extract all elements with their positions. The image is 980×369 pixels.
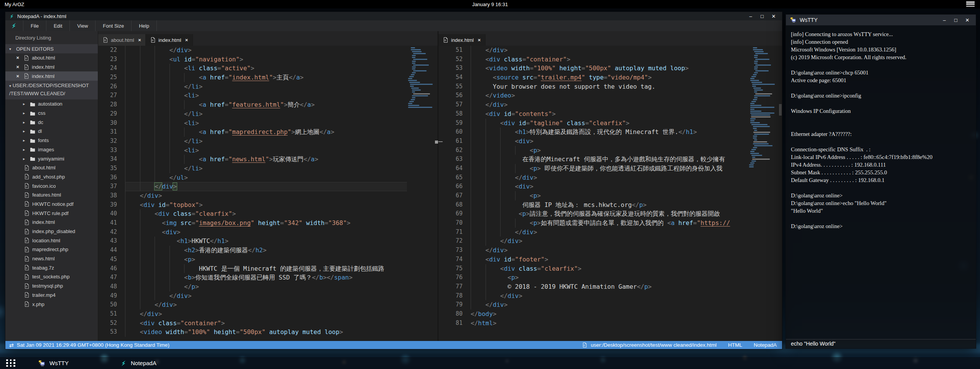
code-line[interactable]: 33<li> [98, 146, 438, 155]
file-item[interactable]: testmysql.php [5, 281, 98, 291]
code-line[interactable]: 23<ul id="navigation"> [98, 55, 438, 64]
code-line[interactable]: 28<a href="features.html">簡介</a> [98, 100, 438, 109]
maximize-button[interactable]: □ [759, 13, 765, 19]
code-line[interactable]: 30<li> [98, 119, 438, 128]
code-line[interactable]: 51</div> [438, 46, 782, 55]
code-line[interactable]: 29</li> [98, 109, 438, 119]
code-line[interactable]: 22</div> [98, 46, 438, 55]
code-line[interactable]: 81</html> [438, 319, 782, 328]
code-line[interactable]: 60<h1>特別為建築及鐵路而設，現代化的 Minecraft 世界.</h1> [438, 127, 782, 137]
code-line[interactable]: 34<a href="news.html">玩家傳送門</a> [98, 155, 438, 164]
file-item[interactable]: location.html [5, 236, 98, 245]
notepada-title-bar[interactable]: NotepadA - index.html – □ ✕ [5, 12, 782, 20]
code-editor-right[interactable]: 51</div>52<div class="container">53<vide… [438, 46, 782, 328]
folder-item[interactable]: ▸autostation [5, 99, 98, 109]
code-line[interactable]: 51</div> [98, 309, 438, 319]
code-line[interactable]: 46HKWTC 是一個 Minecraft 的建築伺服器，主要建築計劃包括鐵路 [98, 264, 438, 273]
terminal-output[interactable]: [info] Conencting to arozos WsTTY servic… [786, 25, 976, 339]
file-item[interactable]: trailer.mp4 [5, 291, 98, 300]
code-line[interactable]: 44<h2>香港的建築伺服器</h2> [98, 246, 438, 255]
code-line[interactable]: 39<div id="topbox"> [98, 200, 438, 210]
minimize-button[interactable]: – [941, 17, 947, 23]
code-line[interactable]: 47<b>你知道我們全線伺服器已轉用 SSD 了嗎？</b></span> [98, 273, 438, 282]
close-button[interactable]: ✕ [964, 17, 970, 23]
file-item[interactable]: about.html [5, 163, 98, 172]
code-line[interactable]: 77© 2018 - 2019 HKWTC Animation Gamer</p… [438, 282, 782, 291]
taskbar-item-notepada[interactable]: NotepadA [109, 357, 168, 369]
code-line[interactable]: 25<a href="index.html">主頁</a> [98, 73, 438, 82]
folder-item[interactable]: ▸fonts [5, 136, 98, 145]
app-launcher-icon[interactable] [6, 359, 16, 367]
tab-about-html[interactable]: about.html ✕ [98, 34, 146, 46]
code-line[interactable]: 62<p> [438, 146, 782, 155]
code-line[interactable]: 50</div> [98, 300, 438, 309]
file-item[interactable]: add_vhost.php [5, 172, 98, 182]
code-line[interactable]: 40<div class="clearfix"> [98, 209, 438, 218]
code-line[interactable]: 61<div> [438, 137, 782, 146]
code-line[interactable]: 38</div> [98, 191, 438, 200]
menu-help[interactable]: Help [131, 20, 157, 31]
close-tab-icon[interactable]: ✕ [476, 38, 481, 42]
file-item[interactable]: index.php_disabled [5, 227, 98, 236]
code-line[interactable]: 79</div> [438, 300, 782, 309]
folder-item[interactable]: ▸images [5, 145, 98, 154]
file-item[interactable]: features.html [5, 190, 98, 200]
code-line[interactable]: 76<p> [438, 273, 782, 282]
menu-edit[interactable]: Edit [46, 20, 69, 31]
close-tab-icon[interactable]: ✕ [137, 38, 141, 42]
code-line[interactable]: 41<img src="images/box.png" height="342"… [98, 218, 438, 228]
code-line[interactable]: 69<p>請注意，我們的伺服器為確保玩家及遊玩時的質素，我們對的服器開啟 [438, 209, 782, 218]
code-editor-left[interactable]: 22</div>23<ul id="navigation">24<li clas… [98, 46, 438, 337]
close-file-icon[interactable]: ✕ [16, 56, 21, 60]
code-line[interactable]: 42<div> [98, 228, 438, 237]
code-line[interactable]: 67<p> [438, 191, 782, 200]
minimap-right[interactable] [749, 46, 782, 341]
folder-item[interactable]: ▸dc [5, 117, 98, 127]
file-item[interactable]: favicon.ico [5, 181, 98, 190]
code-line[interactable]: 36</ul> [98, 173, 438, 182]
menu-view[interactable]: View [69, 20, 95, 31]
folder-item[interactable]: ▸dl [5, 127, 98, 136]
code-line[interactable]: 52<div class="container"> [98, 319, 438, 328]
code-line[interactable]: 66<div> [438, 182, 782, 191]
code-line[interactable]: 52<div class="container"> [438, 55, 782, 64]
hamburger-menu-icon[interactable] [966, 2, 975, 7]
code-line[interactable]: 43<h1>HKWTC</h1> [98, 237, 438, 246]
code-line[interactable]: 68伺服器 IP 地址為： mcs.hkwtc.org</p> [438, 200, 782, 210]
code-line[interactable]: 31<a href="mapredirect.php">網上地圖</a> [98, 127, 438, 137]
code-line[interactable]: 24<li class="active"> [98, 64, 438, 73]
close-file-icon[interactable]: ✕ [16, 65, 21, 69]
file-item[interactable]: index.html [5, 218, 98, 227]
code-line[interactable]: 63在香港的Minecraft 伺服器中，多為小遊戲和純生存的伺服器，較少擁有 [438, 155, 782, 164]
file-item[interactable]: mapredirect.php [5, 245, 98, 254]
code-line[interactable]: 37</div> [98, 182, 438, 191]
file-item[interactable]: HKWTC rule.pdf [5, 208, 98, 218]
open-editor-item[interactable]: ✕about.html [5, 53, 98, 63]
menu-font-size[interactable]: Font Size [95, 20, 131, 31]
file-item[interactable]: teabag.7z [5, 263, 98, 272]
code-line[interactable]: 53<video width="100%" height="500px" aut… [98, 328, 438, 337]
minimize-button[interactable]: – [748, 13, 754, 19]
code-line[interactable]: 53<video width="100%" height="500px" aut… [438, 64, 782, 73]
code-line[interactable]: 73</div> [438, 246, 782, 255]
code-line[interactable]: 65</div> [438, 173, 782, 182]
code-line[interactable]: 32</li> [98, 137, 438, 146]
code-line[interactable]: 56</video> [438, 91, 782, 100]
code-line[interactable]: 54<source src="trailer.mp4" type="video/… [438, 73, 782, 82]
code-line[interactable]: 75<div class="clearfix"> [438, 264, 782, 273]
code-line[interactable]: 26</li> [98, 82, 438, 91]
code-line[interactable]: 45<p> [98, 255, 438, 264]
maximize-button[interactable]: □ [953, 17, 959, 23]
close-tab-icon[interactable]: ✕ [184, 38, 188, 42]
code-line[interactable]: 59<div id="tagline" class="clearfix"> [438, 119, 782, 128]
minimap-left[interactable] [407, 46, 438, 341]
open-editor-item[interactable]: ✕index.html [5, 63, 98, 72]
code-line[interactable]: 55Your browser does not support the vide… [438, 82, 782, 91]
file-item[interactable]: x.php [5, 300, 98, 309]
file-item[interactable]: HKWTC notice.pdf [5, 200, 98, 209]
code-line[interactable]: 57</div> [438, 100, 782, 109]
file-item[interactable]: test_sockets.php [5, 272, 98, 281]
code-line[interactable]: 49</div> [98, 291, 438, 301]
code-line[interactable]: 58<div id="contents"> [438, 109, 782, 119]
code-line[interactable]: 35</li> [98, 164, 438, 173]
